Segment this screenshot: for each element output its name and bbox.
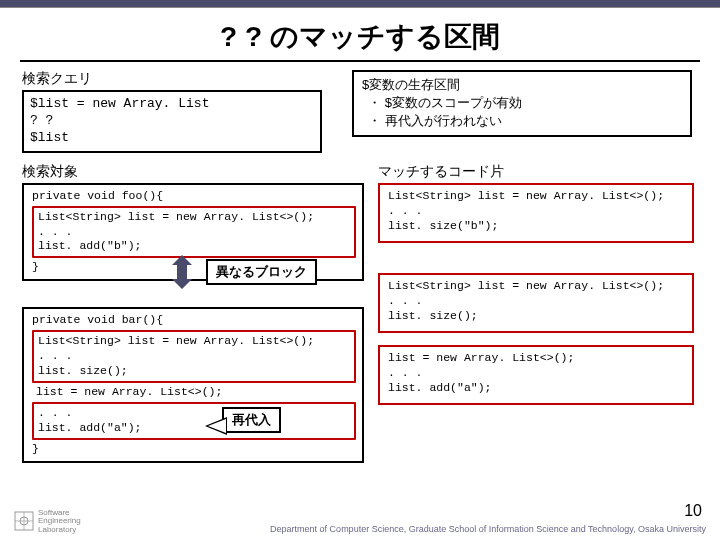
footer-text: Department of Computer Science, Graduate… (270, 524, 706, 534)
footer-logo: Software Engineering Laboratory (14, 509, 81, 534)
code-left-2: private void bar(){ List<String> list = … (22, 307, 364, 463)
query-code-box: $list = new Array. List ? ? $list (22, 90, 322, 153)
code-line: private void bar(){ (32, 313, 356, 328)
code-line: } (32, 442, 356, 457)
double-arrow-icon (168, 255, 196, 289)
code-highlight: . . . list. add("a"); (32, 402, 356, 440)
slide-title: ? ? のマッチする区間 (0, 8, 720, 60)
scope-item: $変数のスコープが有効 (368, 94, 682, 112)
code-highlight: List<String> list = new Array. List<>();… (32, 330, 356, 383)
footer-logo-line: Laboratory (38, 526, 81, 534)
scope-title: $変数の生存区間 (362, 76, 682, 94)
title-rule (20, 60, 700, 62)
code-right-3: list = new Array. List<>(); . . . list. … (378, 345, 694, 405)
code-right-1: List<String> list = new Array. List<>();… (378, 183, 694, 243)
target-label: 検索対象 (22, 163, 364, 181)
code-line: list = new Array. List<>(); (32, 385, 356, 400)
svg-marker-0 (172, 255, 192, 289)
query-label: 検索クエリ (22, 70, 322, 88)
code-right-2: List<String> list = new Array. List<>();… (378, 273, 694, 333)
scope-box: $変数の生存区間 $変数のスコープが有効 再代入が行われない (352, 70, 692, 137)
lab-logo-icon (14, 511, 34, 531)
scope-item: 再代入が行われない (368, 112, 682, 130)
callout-different-block: 異なるブロック (206, 259, 317, 285)
callout-reassign: 再代入 (222, 407, 281, 433)
code-highlight: List<String> list = new Array. List<>();… (32, 206, 356, 259)
match-label: マッチするコード片 (378, 163, 694, 181)
code-line: private void foo(){ (32, 189, 356, 204)
